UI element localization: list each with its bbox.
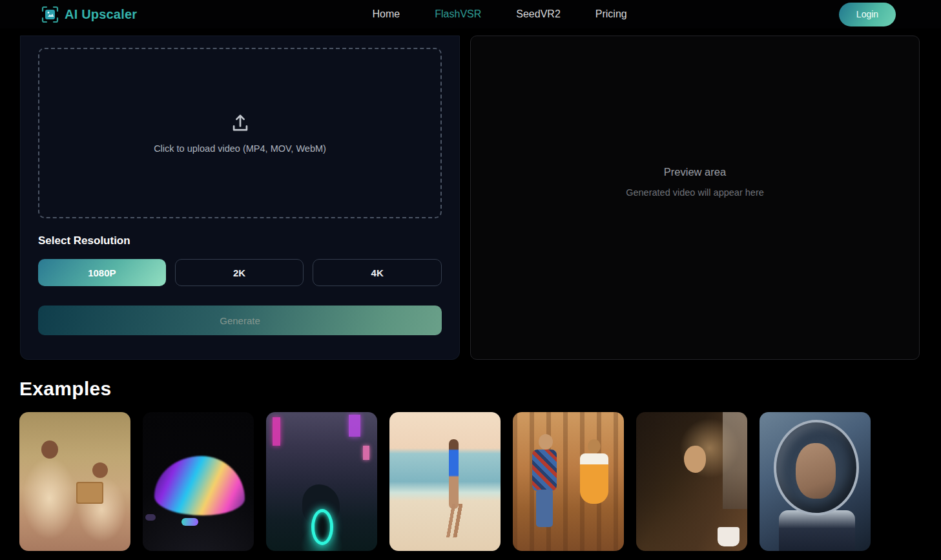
thumbnail-art [684, 446, 706, 473]
thumbnail-art [723, 412, 747, 509]
examples-heading: Examples [19, 378, 922, 400]
thumbnail-art [536, 490, 553, 527]
upload-instruction: Click to upload video (MP4, MOV, WebM) [154, 143, 326, 154]
thumbnail-art [145, 514, 156, 521]
example-thumbnail-autumn-children[interactable] [513, 412, 624, 551]
login-button[interactable]: Login [839, 3, 896, 26]
examples-section: Examples [0, 360, 941, 551]
thumbnail-art [41, 441, 58, 459]
nav-item-home[interactable]: Home [373, 8, 400, 20]
thumbnail-art [445, 504, 463, 537]
thumbnail-art [154, 456, 245, 515]
thumbnail-art [311, 509, 333, 545]
example-thumbnail-abstract-shape[interactable] [143, 412, 254, 551]
preview-title: Preview area [664, 166, 726, 178]
brand-title: AI Upscaler [65, 7, 137, 22]
upload-dropzone[interactable]: Click to upload video (MP4, MOV, WebM) [38, 48, 442, 218]
resolution-heading: Select Resolution [38, 234, 442, 247]
thumbnail-art [273, 417, 280, 446]
main-content: Click to upload video (MP4, MOV, WebM) S… [0, 28, 941, 360]
resolution-1080p-button[interactable]: 1080P [38, 259, 166, 286]
brand[interactable]: AI Upscaler [41, 6, 137, 23]
example-thumbnail-astronaut[interactable] [760, 412, 871, 551]
nav-item-pricing[interactable]: Pricing [595, 8, 627, 20]
navbar: AI Upscaler Home FlashVSR SeedVR2 Pricin… [0, 0, 941, 28]
nav-links: Home FlashVSR SeedVR2 Pricing [349, 8, 627, 20]
preview-panel: Preview area Generated video will appear… [470, 36, 920, 360]
thumbnail-art [796, 443, 836, 499]
thumbnail-art [181, 518, 198, 526]
thumbnail-art [718, 527, 739, 546]
thumbnail-art [363, 446, 369, 460]
resolution-options: 1080P 2K 4K [38, 259, 442, 286]
upload-arrow-icon [229, 112, 251, 134]
preview-subtitle: Generated video will appear here [626, 187, 764, 198]
thumbnail-art [580, 453, 608, 504]
resolution-2k-button[interactable]: 2K [175, 259, 304, 286]
example-thumbnail-picnic-couple[interactable] [19, 412, 130, 551]
thumbnail-art [779, 510, 855, 551]
thumbnail-art [539, 434, 553, 450]
thumbnail-art [449, 439, 459, 509]
examples-row [19, 412, 922, 551]
thumbnail-art [588, 439, 601, 453]
nav-item-seedvr2[interactable]: SeedVR2 [516, 8, 561, 20]
thumbnail-art [532, 450, 557, 491]
example-thumbnail-cafe-man[interactable] [636, 412, 747, 551]
thumbnail-art [76, 482, 103, 504]
generate-button[interactable]: Generate [38, 306, 442, 335]
example-thumbnail-neon-motorcycle[interactable] [266, 412, 377, 551]
example-thumbnail-beach-woman[interactable] [389, 412, 501, 551]
nav-item-flashvsr[interactable]: FlashVSR [435, 8, 481, 20]
upscale-frame-icon [41, 6, 59, 23]
resolution-4k-button[interactable]: 4K [313, 259, 442, 286]
thumbnail-art [92, 462, 108, 478]
thumbnail-art [349, 415, 360, 437]
upscaler-panel: Click to upload video (MP4, MOV, WebM) S… [20, 36, 460, 360]
